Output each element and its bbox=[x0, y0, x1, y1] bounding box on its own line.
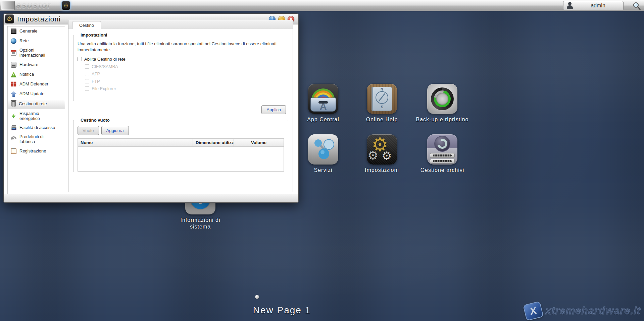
drive-icon bbox=[11, 62, 16, 68]
server-icon bbox=[11, 28, 16, 34]
desktop-icon-label: Servizi bbox=[293, 167, 353, 174]
taskbar-collapse-handle[interactable] bbox=[1, 1, 15, 10]
page-indicator-dot[interactable] bbox=[255, 295, 259, 299]
sidebar-item-risparmio-energetico[interactable]: Risparmio energetico bbox=[8, 109, 65, 123]
column-header-dimensione[interactable]: Dimensione utilizz bbox=[193, 139, 234, 146]
afp-checkbox bbox=[85, 72, 89, 76]
refresh-button[interactable]: Aggiorna bbox=[101, 126, 129, 135]
desktop-icon-servizi[interactable]: Servizi bbox=[293, 134, 353, 174]
apply-button[interactable]: Applica bbox=[261, 105, 286, 114]
settings-content: Cestino Impostazioni Una volta abilitata… bbox=[68, 20, 293, 192]
storage-manager-icon bbox=[427, 134, 457, 165]
desktop-icon-label: App Central bbox=[293, 116, 353, 123]
ezconnect-icon bbox=[11, 126, 16, 130]
settings-gears-icon: ⚙ ⚙ ⚙ bbox=[367, 134, 397, 165]
table-body-empty bbox=[78, 147, 284, 171]
sidebar-item-opzioni-internazionali[interactable]: Opzioni internazionali bbox=[8, 46, 65, 60]
sidebar-item-notifica[interactable]: ! Notifica bbox=[8, 70, 65, 79]
sidebar-item-cestino-di-rete[interactable]: Cestino di rete bbox=[8, 99, 65, 109]
protocol-row-ftp: FTP bbox=[85, 79, 289, 84]
sidebar-item-hardware[interactable]: Hardware bbox=[8, 60, 65, 70]
desktop-icon-label: Informazioni di sistema bbox=[170, 217, 231, 230]
ftp-checkbox bbox=[85, 79, 89, 83]
column-header-volume[interactable]: Volume bbox=[234, 139, 284, 146]
recycle-bin-table: Nome Dimensione utilizz Volume bbox=[78, 138, 284, 172]
user-icon bbox=[567, 2, 573, 9]
reset-arrow-icon bbox=[10, 135, 18, 143]
taskbar: asustor ⚙ admin bbox=[0, 0, 644, 11]
calendar-icon bbox=[11, 50, 16, 56]
sidebar-item-generale[interactable]: Generale bbox=[8, 26, 65, 36]
backup-restore-icon bbox=[427, 84, 457, 114]
user-menu[interactable]: admin bbox=[563, 1, 624, 10]
xtremehardware-logo-icon: X bbox=[523, 301, 544, 321]
tab-cestino[interactable]: Cestino bbox=[72, 21, 101, 29]
warning-icon: ! bbox=[11, 72, 16, 77]
sidebar-item-adm-defender[interactable]: ADM Defender bbox=[8, 79, 65, 89]
empty-recycle-bin-fieldset: Cestino vuoto Vuoto Aggiorna Nome Dimens… bbox=[73, 118, 288, 172]
enable-recycle-bin-checkbox[interactable] bbox=[78, 57, 82, 61]
cifs-label: CIFS/SAMBA bbox=[92, 64, 118, 69]
ftp-label: FTP bbox=[92, 79, 100, 84]
column-header-nome[interactable]: Nome bbox=[78, 139, 193, 146]
watermark: X xtremehardware.it bbox=[525, 303, 641, 319]
desktop-icon-gestione-archivi[interactable]: Gestione archivi bbox=[412, 134, 473, 174]
protocol-row-cifs: CIFS/SAMBA bbox=[85, 64, 289, 69]
table-header-row: Nome Dimensione utilizz Volume bbox=[78, 139, 284, 147]
window-gear-icon: ⚙ bbox=[5, 14, 14, 23]
app-central-icon: A bbox=[308, 84, 338, 114]
desktop-icon-label: Impostazioni bbox=[352, 167, 412, 174]
services-icon bbox=[308, 134, 338, 165]
enable-recycle-bin-label: Abilita Cestino di rete bbox=[84, 57, 126, 62]
asustor-logo: asustor bbox=[16, 0, 51, 11]
desktop-icon-impostazioni[interactable]: ⚙ ⚙ ⚙ Impostazioni bbox=[352, 134, 412, 174]
desktop-icon-app-central[interactable]: A App Central bbox=[293, 84, 353, 123]
trash-icon bbox=[11, 101, 16, 107]
settings-window: ⚙ Impostazioni ? − × Generale Rete Opzio… bbox=[3, 13, 299, 203]
empty-button: Vuoto bbox=[78, 126, 99, 135]
desktop-icon-label: Online Help bbox=[352, 116, 412, 123]
sidebar-item-predefiniti-di-fabbrica[interactable]: Predefiniti di fabbrica bbox=[8, 132, 65, 146]
recycle-bin-description: Una volta abilitata la funzione, tutti i… bbox=[78, 41, 289, 53]
settings-legend: Impostazioni bbox=[79, 33, 109, 38]
globe-icon bbox=[11, 38, 16, 44]
desktop-icon-label: Back-up e ripristino bbox=[412, 116, 473, 123]
tab-strip: Cestino bbox=[68, 20, 293, 29]
watermark-text: xtremehardware.it bbox=[545, 305, 641, 317]
protocol-row-afp: AFP bbox=[85, 71, 289, 76]
file-explorer-label: File Explorer bbox=[92, 86, 116, 91]
search-icon[interactable] bbox=[632, 2, 641, 10]
lightning-icon bbox=[11, 113, 16, 119]
empty-recycle-bin-legend: Cestino vuoto bbox=[79, 118, 111, 123]
desktop-icon-online-help[interactable]: N S Online Help bbox=[352, 84, 412, 123]
file-explorer-checkbox bbox=[85, 86, 89, 91]
username-label: admin bbox=[576, 3, 620, 9]
firewall-icon bbox=[11, 81, 16, 87]
desktop-icon-backup[interactable]: Back-up e ripristino bbox=[412, 84, 473, 123]
sidebar-item-rete[interactable]: Rete bbox=[8, 36, 65, 46]
settings-sidebar: Generale Rete Opzioni internazionali Har… bbox=[7, 26, 65, 195]
online-help-icon: N S bbox=[367, 84, 397, 114]
afp-label: AFP bbox=[92, 71, 100, 76]
cifs-checkbox bbox=[85, 64, 89, 69]
window-title: Impostazioni bbox=[17, 15, 61, 23]
sidebar-item-registrazione[interactable]: Registrazione bbox=[8, 146, 65, 156]
gear-icon: ⚙ bbox=[63, 3, 68, 9]
clipboard-icon bbox=[11, 148, 16, 154]
settings-fieldset: Impostazioni Una volta abilitata la funz… bbox=[73, 33, 293, 101]
desktop-icon-label: Gestione archivi bbox=[412, 167, 473, 174]
enable-recycle-bin-row: Abilita Cestino di rete bbox=[78, 57, 289, 62]
sidebar-item-adm-update[interactable]: ADM Update bbox=[8, 89, 65, 99]
sidebar-item-facilita-di-accesso[interactable]: Facilità di accesso bbox=[8, 123, 65, 132]
page-title: New Page 1 bbox=[215, 305, 349, 316]
update-arrow-icon bbox=[11, 91, 16, 97]
taskbar-task-impostazioni[interactable]: ⚙ bbox=[61, 1, 70, 10]
tab-panel: Impostazioni Una volta abilitata la funz… bbox=[68, 29, 293, 192]
protocol-row-file-explorer: File Explorer bbox=[85, 86, 289, 91]
desktop: asustor ⚙ admin A App Central N S bbox=[0, 0, 644, 321]
window-footer bbox=[4, 194, 298, 202]
